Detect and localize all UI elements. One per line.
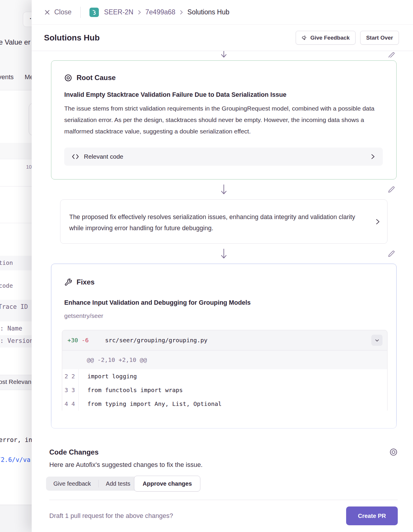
chevron-right-icon	[371, 153, 375, 160]
add-tests-button[interactable]: Add tests	[99, 477, 138, 491]
arrow-down-icon	[220, 51, 228, 57]
diff-line-numbers: 22	[62, 369, 79, 383]
solutions-hub-drawer: Close SEER-2N 7e499a68 Solutions Hub Sol…	[32, 0, 413, 532]
draft-pr-question: Draft 1 pull request for the above chang…	[49, 512, 173, 520]
action-segmented-control: Give feedback Add tests Approve changes	[46, 476, 398, 492]
solution-summary-text: The proposed fix effectively resolves se…	[69, 211, 364, 234]
fixes-title: Fixes	[77, 278, 94, 286]
diff-body: @@ -2,10 +2,10 @@ 22 import logging 33 f…	[62, 350, 387, 411]
close-icon	[44, 9, 50, 16]
edit-icon[interactable]	[388, 250, 395, 257]
draft-pr-row: Draft 1 pull request for the above chang…	[49, 500, 398, 525]
new-line-number: 2	[72, 373, 79, 380]
diff-line-numbers: 33	[62, 383, 79, 397]
key-version: : Version	[0, 337, 33, 344]
fixes-title-row: Fixes	[64, 278, 387, 286]
edit-icon[interactable]	[388, 186, 395, 193]
fix-heading: Enhance Input Validation and Debugging f…	[64, 299, 387, 306]
root-cause-body: The issue stems from strict validation r…	[64, 103, 383, 137]
solution-summary-card[interactable]: The proposed fix effectively resolves se…	[60, 199, 387, 244]
code-changes-panel: Code Changes Here are Autofix's suggeste…	[32, 436, 413, 532]
megaphone-icon	[302, 35, 307, 41]
drawer-header: Solutions Hub Give Feedback Start Over	[32, 25, 413, 51]
diff-line-code: from functools import wraps	[79, 387, 183, 394]
root-cause-card: Root Cause Invalid Empty Stacktrace Vali…	[51, 60, 397, 179]
breadcrumb: SEER-2N 7e499a68 Solutions Hub	[89, 8, 229, 17]
diff-line: 44 from typing import Any, List, Optiona…	[62, 397, 387, 411]
screen: ·· e Value er vents Me 10 tion code Trac…	[0, 0, 413, 532]
diff-hunk-header: @@ -2,10 +2,10 @@	[62, 350, 387, 369]
give-feedback-segment-button[interactable]: Give feedback	[46, 477, 98, 491]
code-changes-header: Code Changes	[49, 448, 398, 456]
chevron-right-icon	[138, 9, 141, 15]
diff-additions: +30	[67, 337, 78, 344]
old-line-number: 2	[65, 373, 72, 380]
target-icon	[389, 448, 398, 456]
issue-title-fragment: e Value er	[0, 38, 31, 46]
root-cause-title: Root Cause	[77, 74, 116, 82]
seer-logo-icon	[89, 8, 99, 17]
code-changes-subtitle: Here are Autofix's suggested changes to …	[49, 461, 398, 469]
divider	[0, 223, 32, 223]
background-footer-bar	[0, 505, 32, 532]
give-feedback-label: Give Feedback	[310, 35, 350, 41]
repo-name: getsentry/seer	[64, 312, 387, 319]
give-feedback-button[interactable]: Give Feedback	[296, 31, 356, 45]
breadcrumb-project[interactable]: SEER-2N	[104, 8, 133, 16]
new-line-number: 3	[72, 387, 79, 394]
most-relevant-label: ost Relevan	[0, 378, 31, 385]
relevant-code-toggle[interactable]: Relevant code	[64, 148, 383, 166]
arrow-down-icon	[220, 248, 228, 259]
key-fragment-tion: tion	[0, 259, 13, 266]
chevron-right-icon	[375, 218, 380, 226]
start-over-label: Start Over	[366, 35, 393, 41]
tab-events-fragment[interactable]: vents	[0, 73, 14, 81]
start-over-button[interactable]: Start Over	[360, 31, 399, 45]
breadcrumb-event[interactable]: 7e499a68	[145, 8, 175, 16]
diff-line-numbers: 44	[62, 397, 79, 411]
chart-axis-label: 10	[12, 164, 32, 170]
old-line-number: 4	[65, 400, 72, 407]
code-changes-title: Code Changes	[49, 448, 99, 456]
arrow-down-icon	[220, 184, 228, 195]
create-pr-button[interactable]: Create PR	[346, 506, 398, 525]
root-cause-heading: Invalid Empty Stacktrace Validation Fail…	[64, 91, 383, 99]
divider	[0, 186, 32, 187]
diff-deletions: -6	[82, 337, 89, 344]
diff-line-code: import logging	[79, 373, 137, 380]
diff-line: 22 import logging	[62, 369, 387, 383]
breadcrumb-current: Solutions Hub	[187, 8, 229, 16]
code-brackets-icon	[72, 154, 79, 160]
diff-line: 33 from functools import wraps	[62, 383, 387, 397]
relevant-code-label: Relevant code	[84, 153, 123, 160]
flow-connector	[51, 244, 397, 264]
header-actions: Give Feedback Start Over	[296, 31, 399, 45]
chart-header-fragment	[0, 143, 32, 159]
chevron-right-icon	[180, 9, 183, 15]
page-title: Solutions Hub	[44, 33, 100, 43]
old-line-number: 3	[65, 387, 72, 394]
segmented-group: Give feedback Add tests	[46, 477, 138, 491]
diff-file-header[interactable]: +30 -6 src/seer/grouping/grouping.py	[62, 330, 387, 350]
key-trace-id: Trace ID	[0, 303, 28, 310]
drawer-topbar: Close SEER-2N 7e499a68 Solutions Hub	[32, 0, 413, 25]
stacktrace-link-fragment[interactable]: /2.6/v/va	[0, 456, 31, 463]
collapse-diff-button[interactable]	[371, 335, 382, 346]
root-cause-title-row: Root Cause	[64, 74, 383, 82]
diff-filename: src/seer/grouping/grouping.py	[105, 337, 207, 344]
flow-connector	[51, 179, 397, 199]
wrench-icon	[64, 278, 72, 286]
divider	[80, 7, 81, 18]
diff-block: +30 -6 src/seer/grouping/grouping.py @@ …	[62, 330, 387, 411]
bullseye-icon	[64, 74, 72, 82]
close-label: Close	[54, 8, 72, 16]
close-button[interactable]: Close	[44, 8, 72, 16]
fixes-card: Fixes Enhance Input Validation and Debug…	[51, 264, 397, 428]
new-line-number: 4	[72, 400, 79, 407]
key-name: : Name	[0, 325, 22, 332]
diff-line-code: from typing import Any, List, Optional	[79, 400, 222, 407]
stacktrace-fragment: error, in	[0, 436, 32, 443]
edit-icon[interactable]	[388, 52, 395, 57]
approve-changes-button[interactable]: Approve changes	[134, 476, 200, 492]
key-fragment-code: code	[0, 282, 13, 289]
